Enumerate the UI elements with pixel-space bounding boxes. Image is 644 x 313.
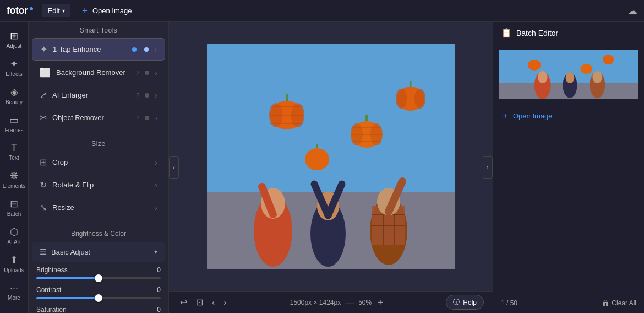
- adjust-icon: ⊞: [10, 30, 18, 42]
- more-label: More: [8, 295, 20, 301]
- brightness-row: Brightness 0: [36, 266, 161, 279]
- basic-adjust-label: Basic Adjust: [51, 248, 154, 256]
- right-footer: 1 / 50 🗑 Clear All: [493, 293, 644, 313]
- inactive-dot-enlarger: [145, 93, 149, 98]
- arrow-icon-crop: ›: [155, 158, 157, 167]
- batch-icon: ⊟: [10, 198, 18, 210]
- plus-icon: ＋: [80, 5, 89, 17]
- saturation-value: 0: [157, 306, 161, 313]
- compare-button[interactable]: ⊡: [194, 295, 205, 310]
- sidebar-item-batch[interactable]: ⊟ Batch: [2, 195, 26, 220]
- contrast-track[interactable]: [36, 297, 161, 299]
- svg-point-36: [305, 148, 329, 170]
- help-button[interactable]: ⓘ Help: [446, 295, 484, 310]
- effects-icon: ✦: [10, 58, 18, 70]
- sidebar-item-effects[interactable]: ✦ Effects: [2, 55, 26, 80]
- zoom-controls: 1500px × 1424px — 50% ＋: [290, 296, 385, 308]
- bottom-controls: ↩ ⊡ ‹ ›: [178, 295, 229, 310]
- collapse-right-button[interactable]: ›: [483, 156, 493, 179]
- crop-label: Crop: [52, 158, 149, 166]
- zoom-out-button[interactable]: —: [345, 298, 354, 307]
- ai-art-label: AI Art: [7, 239, 20, 245]
- tool-rotate-flip[interactable]: ↻ Rotate & Flip ›: [32, 174, 165, 196]
- brightness-label: Brightness: [36, 266, 68, 274]
- canvas-container[interactable]: [169, 22, 493, 291]
- basic-adjust-accordion[interactable]: ☰ Basic Adjust ▾: [32, 242, 165, 262]
- canvas-area: ↩ ⊡ ‹ › 1500px × 1424px — 50% ＋ ⓘ Help: [169, 22, 493, 313]
- sidebar-item-beauty[interactable]: ◈ Beauty: [2, 83, 26, 109]
- svg-point-41: [538, 71, 548, 83]
- resize-icon: ⤡: [40, 202, 47, 213]
- help-label: Help: [463, 299, 477, 306]
- logo-text: fotor: [7, 5, 28, 17]
- zoom-value: 50%: [358, 299, 372, 306]
- arrow-icon-rotate: ›: [155, 181, 157, 190]
- collapse-left-button[interactable]: ‹: [169, 156, 179, 179]
- clear-all-label: Clear All: [612, 299, 636, 307]
- more-icon: ···: [10, 282, 18, 294]
- uploads-label: Uploads: [4, 267, 24, 273]
- contrast-thumb[interactable]: [95, 294, 102, 302]
- saturation-row: Saturation 0: [36, 306, 161, 313]
- blue-dot: [144, 47, 149, 52]
- tool-crop[interactable]: ⊞ Crop ›: [32, 152, 165, 173]
- inactive-dot-obj: [145, 116, 149, 120]
- sidebar-item-more[interactable]: ··· More: [2, 279, 26, 304]
- batch-editor-title: Batch Editor: [516, 29, 558, 37]
- tool-ai-enlarger[interactable]: ⤢ AI Enlarger ? ›: [32, 84, 165, 106]
- adjust-label: Adjust: [7, 43, 22, 49]
- rotate-icon: ↻: [40, 180, 47, 190]
- tools-panel: Smart Tools ✦ 1-Tap Enhance › ⬜ Backgrou…: [29, 22, 169, 313]
- rotate-label: Rotate & Flip: [52, 181, 149, 189]
- tool-one-tap-enhance[interactable]: ✦ 1-Tap Enhance ›: [32, 38, 165, 61]
- help-icon-enlarger[interactable]: ?: [136, 92, 139, 99]
- inactive-dot-bg: [145, 71, 149, 75]
- elements-icon: ❋: [10, 170, 18, 182]
- main-layout: ⊞ Adjust ✦ Effects ◈ Beauty ▭ Frames T T…: [0, 22, 644, 313]
- forward-button[interactable]: ›: [221, 295, 228, 310]
- chevron-down-icon: ▾: [62, 8, 65, 14]
- brightness-track[interactable]: [36, 277, 161, 279]
- sidebar-item-frames[interactable]: ▭ Frames: [2, 111, 26, 137]
- batch-editor-icon: 📋: [501, 28, 512, 38]
- edit-button[interactable]: Edit ▾: [42, 4, 70, 17]
- brightness-fill: [36, 277, 99, 279]
- canvas-image: [207, 44, 455, 269]
- canvas-wrapper: ‹ ›: [169, 22, 493, 313]
- sidebar-item-adjust[interactable]: ⊞ Adjust: [2, 26, 26, 52]
- brightness-thumb[interactable]: [95, 274, 102, 282]
- logo-dot: [30, 7, 33, 10]
- help-icon-obj[interactable]: ?: [136, 115, 139, 121]
- thumbnail-svg: [499, 50, 638, 99]
- sidebar-item-elements[interactable]: ❋ Elements: [2, 166, 26, 192]
- tool-bg-remover[interactable]: ⬜ Background Remover ? ›: [32, 62, 165, 83]
- svg-point-43: [566, 72, 575, 83]
- open-image-button[interactable]: ＋ Open Image: [75, 3, 138, 19]
- trash-icon: 🗑: [602, 299, 609, 307]
- tool-resize[interactable]: ⤡ Resize ›: [32, 197, 165, 218]
- undo-button[interactable]: ↩: [178, 295, 189, 310]
- arrow-icon-obj: ›: [155, 114, 157, 122]
- ai-enlarger-label: AI Enlarger: [52, 91, 130, 99]
- help-icon-bg[interactable]: ?: [136, 69, 139, 76]
- image-dimensions: 1500px × 1424px: [290, 299, 341, 306]
- chevron-up-icon: ▾: [154, 248, 157, 256]
- zoom-in-button[interactable]: ＋: [376, 296, 385, 308]
- cloud-icon[interactable]: ☁: [627, 5, 637, 17]
- tool-obj-remover[interactable]: ✂ Object Remover ? ›: [32, 107, 165, 128]
- back-button[interactable]: ‹: [210, 295, 217, 310]
- enhance-icon: ✦: [40, 44, 47, 55]
- active-dot: [132, 47, 137, 52]
- batch-label: Batch: [7, 211, 21, 217]
- contrast-label: Contrast: [36, 286, 61, 294]
- open-more-button[interactable]: ＋ Open Image: [493, 105, 644, 127]
- sidebar-item-text[interactable]: T Text: [2, 139, 26, 164]
- thumbnail-area: [493, 44, 644, 105]
- contrast-row: Contrast 0: [36, 286, 161, 299]
- text-label: Text: [9, 155, 19, 161]
- topbar: fotor Edit ▾ ＋ Open Image ☁: [0, 0, 644, 22]
- clear-all-button[interactable]: 🗑 Clear All: [602, 299, 636, 307]
- batch-thumbnail[interactable]: [499, 50, 638, 99]
- sidebar-item-ai-art[interactable]: ⬡ AI Art: [2, 223, 26, 249]
- sidebar-item-uploads[interactable]: ⬆ Uploads: [2, 251, 26, 277]
